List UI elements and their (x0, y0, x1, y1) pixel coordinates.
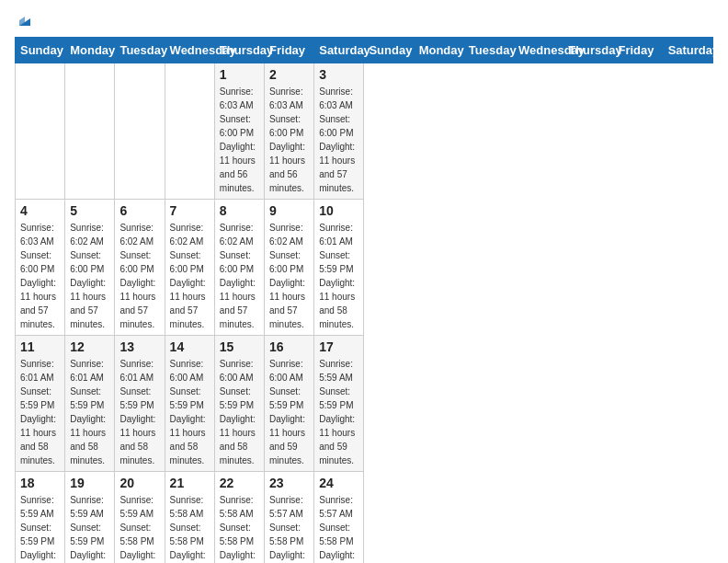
calendar-cell: 12Sunrise: 6:01 AM Sunset: 5:59 PM Dayli… (65, 336, 115, 472)
calendar-cell: 1Sunrise: 6:03 AM Sunset: 6:00 PM Daylig… (214, 63, 264, 200)
day-number: 12 (70, 339, 109, 354)
day-number: 4 (20, 203, 60, 218)
day-number: 21 (170, 476, 210, 490)
calendar-cell: 21Sunrise: 5:58 AM Sunset: 5:58 PM Dayli… (165, 472, 214, 564)
day-info: Sunrise: 6:02 AM Sunset: 6:00 PM Dayligh… (269, 221, 309, 331)
day-info: Sunrise: 6:03 AM Sunset: 6:00 PM Dayligh… (269, 85, 309, 195)
calendar-cell (115, 63, 165, 200)
calendar-cell (165, 63, 214, 200)
calendar-cell: 10Sunrise: 6:01 AM Sunset: 5:59 PM Dayli… (314, 200, 364, 336)
calendar-week-1: 1Sunrise: 6:03 AM Sunset: 6:00 PM Daylig… (16, 63, 713, 200)
day-number: 9 (269, 203, 309, 218)
day-number: 19 (70, 476, 109, 490)
calendar-week-2: 4Sunrise: 6:03 AM Sunset: 6:00 PM Daylig… (16, 200, 713, 336)
day-info: Sunrise: 5:59 AM Sunset: 5:59 PM Dayligh… (20, 493, 60, 563)
day-info: Sunrise: 6:02 AM Sunset: 6:00 PM Dayligh… (119, 221, 159, 331)
calendar-cell: 4Sunrise: 6:03 AM Sunset: 6:00 PM Daylig… (16, 200, 65, 336)
day-header-sunday: Sunday (16, 38, 65, 63)
calendar-cell: 18Sunrise: 5:59 AM Sunset: 5:59 PM Dayli… (16, 472, 65, 564)
calendar-cell: 24Sunrise: 5:57 AM Sunset: 5:58 PM Dayli… (314, 472, 364, 564)
day-info: Sunrise: 5:58 AM Sunset: 5:58 PM Dayligh… (170, 493, 210, 563)
day-info: Sunrise: 6:00 AM Sunset: 5:59 PM Dayligh… (220, 357, 259, 467)
day-info: Sunrise: 6:00 AM Sunset: 5:59 PM Dayligh… (269, 357, 309, 467)
day-number: 18 (20, 476, 60, 490)
day-info: Sunrise: 5:58 AM Sunset: 5:58 PM Dayligh… (220, 493, 259, 563)
day-number: 3 (319, 67, 358, 82)
day-number: 23 (269, 476, 309, 490)
day-info: Sunrise: 5:59 AM Sunset: 5:59 PM Dayligh… (70, 493, 109, 563)
day-number: 14 (170, 339, 210, 354)
calendar-cell: 3Sunrise: 6:03 AM Sunset: 6:00 PM Daylig… (314, 63, 364, 200)
day-header-tuesday: Tuesday (463, 38, 513, 63)
day-info: Sunrise: 5:57 AM Sunset: 5:58 PM Dayligh… (269, 493, 309, 563)
calendar-table: SundayMondayTuesdayWednesdayThursdayFrid… (15, 37, 713, 563)
day-number: 8 (220, 203, 259, 218)
calendar-week-3: 11Sunrise: 6:01 AM Sunset: 5:59 PM Dayli… (16, 336, 713, 472)
day-number: 24 (319, 476, 358, 490)
calendar-cell: 19Sunrise: 5:59 AM Sunset: 5:59 PM Dayli… (65, 472, 115, 564)
day-info: Sunrise: 6:03 AM Sunset: 6:00 PM Dayligh… (319, 85, 358, 195)
calendar-cell: 8Sunrise: 6:02 AM Sunset: 6:00 PM Daylig… (214, 200, 264, 336)
calendar-cell: 6Sunrise: 6:02 AM Sunset: 6:00 PM Daylig… (115, 200, 165, 336)
day-info: Sunrise: 6:02 AM Sunset: 6:00 PM Dayligh… (170, 221, 210, 331)
calendar-cell: 17Sunrise: 5:59 AM Sunset: 5:59 PM Dayli… (314, 336, 364, 472)
day-header-saturday: Saturday (314, 38, 364, 63)
day-info: Sunrise: 6:03 AM Sunset: 6:00 PM Dayligh… (20, 221, 60, 331)
day-info: Sunrise: 6:01 AM Sunset: 5:59 PM Dayligh… (319, 221, 358, 331)
calendar-header-row: SundayMondayTuesdayWednesdayThursdayFrid… (16, 38, 713, 63)
day-info: Sunrise: 6:01 AM Sunset: 5:59 PM Dayligh… (119, 357, 159, 467)
day-header-monday: Monday (65, 38, 115, 63)
calendar-cell: 14Sunrise: 6:00 AM Sunset: 5:59 PM Dayli… (165, 336, 214, 472)
svg-marker-1 (19, 17, 25, 26)
day-info: Sunrise: 5:59 AM Sunset: 5:59 PM Dayligh… (319, 357, 358, 467)
calendar-cell (65, 63, 115, 200)
day-number: 1 (220, 67, 259, 82)
day-info: Sunrise: 6:00 AM Sunset: 5:59 PM Dayligh… (170, 357, 210, 467)
day-number: 11 (20, 339, 60, 354)
day-number: 5 (70, 203, 109, 218)
day-info: Sunrise: 6:01 AM Sunset: 5:59 PM Dayligh… (20, 357, 60, 467)
day-number: 17 (319, 339, 358, 354)
day-number: 2 (269, 67, 309, 82)
day-number: 6 (119, 203, 159, 218)
day-info: Sunrise: 6:01 AM Sunset: 5:59 PM Dayligh… (70, 357, 109, 467)
logo-icon (16, 11, 34, 29)
day-info: Sunrise: 5:59 AM Sunset: 5:58 PM Dayligh… (119, 493, 159, 563)
day-header-sunday: Sunday (364, 38, 414, 63)
calendar-cell: 5Sunrise: 6:02 AM Sunset: 6:00 PM Daylig… (65, 200, 115, 336)
day-header-wednesday: Wednesday (514, 38, 563, 63)
calendar-cell: 22Sunrise: 5:58 AM Sunset: 5:58 PM Dayli… (214, 472, 264, 564)
day-info: Sunrise: 6:02 AM Sunset: 6:00 PM Dayligh… (70, 221, 109, 331)
calendar-cell: 16Sunrise: 6:00 AM Sunset: 5:59 PM Dayli… (265, 336, 314, 472)
day-number: 15 (220, 339, 259, 354)
calendar-cell (16, 63, 65, 200)
calendar-cell: 9Sunrise: 6:02 AM Sunset: 6:00 PM Daylig… (265, 200, 314, 336)
day-number: 7 (170, 203, 210, 218)
calendar-cell: 15Sunrise: 6:00 AM Sunset: 5:59 PM Dayli… (214, 336, 264, 472)
calendar-cell: 11Sunrise: 6:01 AM Sunset: 5:59 PM Dayli… (16, 336, 65, 472)
logo (15, 9, 34, 29)
day-number: 22 (220, 476, 259, 490)
day-header-saturday: Saturday (663, 38, 712, 63)
calendar-cell: 2Sunrise: 6:03 AM Sunset: 6:00 PM Daylig… (265, 63, 314, 200)
day-number: 16 (269, 339, 309, 354)
day-header-friday: Friday (265, 38, 314, 63)
calendar-week-4: 18Sunrise: 5:59 AM Sunset: 5:59 PM Dayli… (16, 472, 713, 564)
calendar-cell: 20Sunrise: 5:59 AM Sunset: 5:58 PM Dayli… (115, 472, 165, 564)
day-header-thursday: Thursday (214, 38, 264, 63)
day-info: Sunrise: 5:57 AM Sunset: 5:58 PM Dayligh… (319, 493, 358, 563)
calendar-cell: 7Sunrise: 6:02 AM Sunset: 6:00 PM Daylig… (165, 200, 214, 336)
day-info: Sunrise: 6:02 AM Sunset: 6:00 PM Dayligh… (220, 221, 259, 331)
day-header-friday: Friday (613, 38, 663, 63)
day-header-tuesday: Tuesday (115, 38, 165, 63)
day-number: 20 (119, 476, 159, 490)
day-number: 13 (119, 339, 159, 354)
calendar-cell: 13Sunrise: 6:01 AM Sunset: 5:59 PM Dayli… (115, 336, 165, 472)
day-header-monday: Monday (414, 38, 463, 63)
calendar-cell: 23Sunrise: 5:57 AM Sunset: 5:58 PM Dayli… (265, 472, 314, 564)
day-header-wednesday: Wednesday (165, 38, 214, 63)
day-info: Sunrise: 6:03 AM Sunset: 6:00 PM Dayligh… (220, 85, 259, 195)
day-header-thursday: Thursday (563, 38, 613, 63)
header (15, 9, 713, 29)
day-number: 10 (319, 203, 358, 218)
